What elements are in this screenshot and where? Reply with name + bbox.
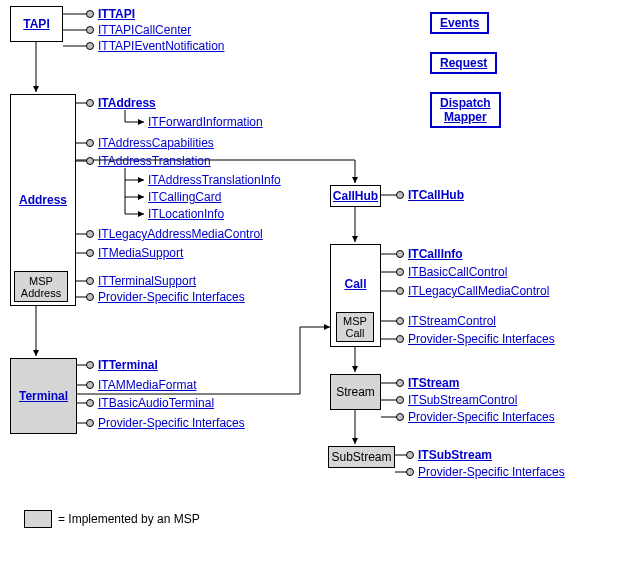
stream-provider-link[interactable]: Provider-Specific Interfaces [408, 410, 555, 424]
itforwardinformation-link[interactable]: ITForwardInformation [148, 115, 263, 129]
lolli-icon [86, 42, 94, 50]
terminal-provider-link[interactable]: Provider-Specific Interfaces [98, 416, 245, 430]
dispatch-link[interactable]: Dispatch Mapper [440, 96, 491, 124]
lolli-icon [86, 419, 94, 427]
itammediaformat-link[interactable]: ITAMMediaFormat [98, 378, 196, 392]
lolli-icon [86, 293, 94, 301]
lolli-icon [396, 268, 404, 276]
stream-box: Stream [330, 374, 381, 410]
itlegacyaddressmediacontrol-link[interactable]: ITLegacyAddressMediaControl [98, 227, 263, 241]
dispatch-box: Dispatch Mapper [430, 92, 501, 128]
msp-call-label: MSP Call [343, 315, 367, 339]
itstreamcontrol-link[interactable]: ITStreamControl [408, 314, 496, 328]
events-box: Events [430, 12, 489, 34]
itmediasupport-link[interactable]: ITMediaSupport [98, 246, 183, 260]
msp-address-box: MSP Address [14, 271, 68, 302]
itsubstreamcontrol-link[interactable]: ITSubStreamControl [408, 393, 517, 407]
substream-box: SubStream [328, 446, 395, 468]
itcallinfo-link[interactable]: ITCallInfo [408, 247, 463, 261]
call-label[interactable]: Call [344, 277, 366, 291]
tapi-label[interactable]: TAPI [23, 17, 49, 31]
itterminal-link[interactable]: ITTerminal [98, 358, 158, 372]
msp-address-label: MSP Address [21, 275, 61, 299]
events-link[interactable]: Events [440, 16, 479, 30]
lolli-icon [86, 277, 94, 285]
lolli-icon [86, 139, 94, 147]
lolli-icon [406, 468, 414, 476]
itstream-link[interactable]: ITStream [408, 376, 459, 390]
substream-provider-link[interactable]: Provider-Specific Interfaces [418, 465, 565, 479]
ittapicallcenter-link[interactable]: ITTAPICallCenter [98, 23, 191, 37]
lolli-icon [396, 191, 404, 199]
lolli-icon [86, 26, 94, 34]
itaddresscapabilities-link[interactable]: ITAddressCapabilities [98, 136, 214, 150]
lolli-icon [396, 379, 404, 387]
lolli-icon [396, 335, 404, 343]
lolli-icon [86, 381, 94, 389]
msp-call-box: MSP Call [336, 312, 374, 342]
itaddresstranslation-link[interactable]: ITAddressTranslation [98, 154, 211, 168]
request-box: Request [430, 52, 497, 74]
tapi-box: TAPI [10, 6, 63, 42]
lolli-icon [86, 99, 94, 107]
lolli-icon [86, 157, 94, 165]
substream-label: SubStream [331, 450, 391, 464]
legend-patch [24, 510, 52, 528]
address-provider-link[interactable]: Provider-Specific Interfaces [98, 290, 245, 304]
ittapieventnotification-link[interactable]: ITTAPIEventNotification [98, 39, 225, 53]
lolli-icon [396, 287, 404, 295]
terminal-box: Terminal [10, 358, 77, 434]
request-link[interactable]: Request [440, 56, 487, 70]
itbasicaudioterminal-link[interactable]: ITBasicAudioTerminal [98, 396, 214, 410]
lolli-icon [406, 451, 414, 459]
call-provider-link[interactable]: Provider-Specific Interfaces [408, 332, 555, 346]
itbasiccallcontrol-link[interactable]: ITBasicCallControl [408, 265, 507, 279]
itaddress-link[interactable]: ITAddress [98, 96, 156, 110]
ittapi-link[interactable]: ITTAPI [98, 7, 135, 21]
lolli-icon [86, 10, 94, 18]
itcallhub-link[interactable]: ITCallHub [408, 188, 464, 202]
itlegacycallmediacontrol-link[interactable]: ITLegacyCallMediaControl [408, 284, 549, 298]
itterminalsupport-link[interactable]: ITTerminalSupport [98, 274, 196, 288]
terminal-label[interactable]: Terminal [19, 389, 68, 403]
itcallingcard-link[interactable]: ITCallingCard [148, 190, 221, 204]
lolli-icon [86, 361, 94, 369]
lolli-icon [396, 317, 404, 325]
lolli-icon [86, 249, 94, 257]
itsubstream-link[interactable]: ITSubStream [418, 448, 492, 462]
lolli-icon [396, 396, 404, 404]
stream-label: Stream [336, 385, 375, 399]
itaddresstranslationinfo-link[interactable]: ITAddressTranslationInfo [148, 173, 281, 187]
address-label[interactable]: Address [19, 193, 67, 207]
legend-text: = Implemented by an MSP [58, 512, 200, 526]
itlocationinfo-link[interactable]: ITLocationInfo [148, 207, 224, 221]
lolli-icon [396, 250, 404, 258]
callhub-box: CallHub [330, 185, 381, 207]
lolli-icon [86, 230, 94, 238]
callhub-label[interactable]: CallHub [333, 189, 378, 203]
lolli-icon [86, 399, 94, 407]
lolli-icon [396, 413, 404, 421]
